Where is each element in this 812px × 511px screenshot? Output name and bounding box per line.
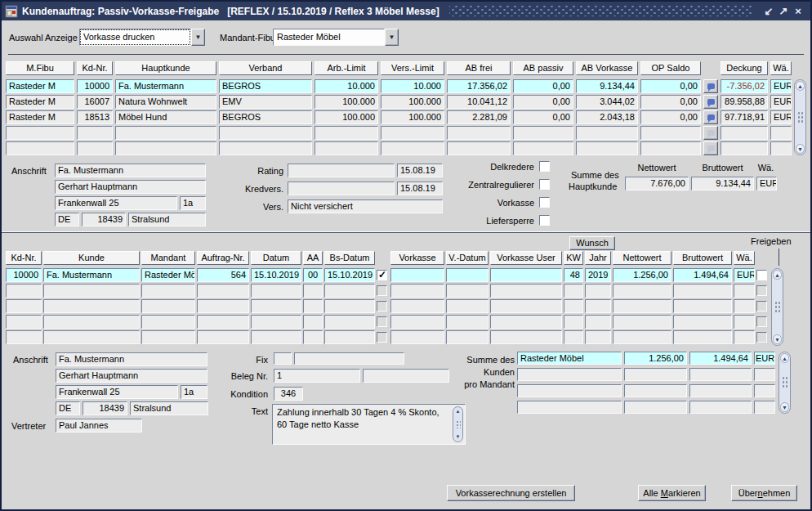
- anschrift-street-field[interactable]: Frankenwall 25: [55, 196, 177, 210]
- delkredere-checkbox[interactable]: [539, 161, 550, 172]
- anschrift-zip-field[interactable]: 18439: [83, 401, 127, 415]
- waehrung-cell[interactable]: EUR: [770, 79, 792, 93]
- arblimit-cell[interactable]: 10.000: [315, 79, 378, 93]
- abpassiv-cell[interactable]: 0,00: [513, 95, 573, 109]
- abvorkasse-cell[interactable]: 2.043,18: [576, 110, 638, 124]
- anschrift-city-field[interactable]: Stralsund: [130, 401, 208, 415]
- cell-empty[interactable]: [613, 299, 671, 313]
- cell-empty[interactable]: [446, 315, 489, 329]
- anschrift-name1-field[interactable]: Fa. Mustermann: [56, 352, 207, 366]
- deckung-cell[interactable]: 89.958,88: [721, 95, 768, 109]
- kdnr-cell[interactable]: 16007: [77, 95, 113, 109]
- anschrift-city-field[interactable]: Stralsund: [128, 213, 206, 226]
- cell-empty[interactable]: [43, 299, 140, 313]
- cell-empty[interactable]: [576, 126, 638, 140]
- cell-empty[interactable]: [251, 315, 301, 329]
- kunde-cell[interactable]: Fa. Mustermann: [43, 268, 140, 282]
- freigeben-row-checkbox[interactable]: [756, 332, 767, 343]
- scrollbar-grip[interactable]: [797, 111, 804, 124]
- op-saldo-info-button[interactable]: [703, 141, 718, 155]
- rating-field[interactable]: [288, 164, 395, 177]
- cell-empty[interactable]: [315, 141, 378, 155]
- cell-empty[interactable]: [141, 330, 195, 344]
- abpassiv-cell[interactable]: 0,00: [513, 110, 573, 124]
- scroll-up-icon[interactable]: ▲: [773, 270, 782, 280]
- cell-empty[interactable]: [324, 315, 375, 329]
- anschrift-zip-field[interactable]: 18439: [82, 213, 126, 226]
- chevron-down-icon[interactable]: ▼: [191, 29, 205, 46]
- cell-empty[interactable]: [673, 330, 732, 344]
- anschrift-name1-field[interactable]: Fa. Mustermann: [55, 164, 206, 177]
- cell-empty[interactable]: [43, 315, 140, 329]
- verslimit-cell[interactable]: 10.000: [381, 79, 444, 93]
- text-scrollbar[interactable]: ▲ ▼: [453, 406, 463, 442]
- cell-empty[interactable]: [77, 126, 113, 140]
- zentralregulierer-checkbox[interactable]: [539, 179, 550, 190]
- scroll-down-icon[interactable]: ▼: [456, 433, 461, 441]
- cell-empty[interactable]: [197, 315, 249, 329]
- hauptkunde-cell[interactable]: Möbel Hund: [115, 110, 216, 124]
- aa-cell[interactable]: 00: [303, 268, 323, 282]
- display-select-value[interactable]: Vorkasse drucken: [79, 29, 191, 46]
- vorkasserechnung-erstellen-button[interactable]: Vorkasserechnung erstellen: [447, 485, 575, 501]
- hauptkunde-cell[interactable]: Fa. Mustermann: [115, 79, 216, 93]
- hauptkunde-cell[interactable]: Natura Wohnwelt: [115, 95, 216, 109]
- beleg-nr-field-2[interactable]: [363, 369, 449, 383]
- verband-cell[interactable]: BEGROS: [219, 110, 312, 124]
- kredvers-field[interactable]: [288, 182, 395, 195]
- cell-empty[interactable]: [490, 330, 562, 344]
- cell-empty[interactable]: [251, 299, 301, 313]
- cell-empty[interactable]: [390, 284, 444, 298]
- op-saldo-info-button[interactable]: [703, 95, 718, 109]
- kondition-field[interactable]: 346: [274, 387, 303, 401]
- op-saldo-info-button[interactable]: [703, 126, 718, 140]
- opsaldo-cell[interactable]: 0,00: [640, 110, 701, 124]
- cell-empty[interactable]: [585, 284, 611, 298]
- cell-empty[interactable]: [613, 315, 671, 329]
- verslimit-cell[interactable]: 100.000: [381, 95, 444, 109]
- cell-empty[interactable]: [197, 299, 249, 313]
- cell-empty[interactable]: [251, 284, 301, 298]
- waehrung-cell[interactable]: EUR: [770, 110, 792, 124]
- freigeben-row-checkbox[interactable]: [756, 316, 767, 327]
- verslimit-cell[interactable]: 100.000: [381, 110, 444, 124]
- scrollbar-grip[interactable]: [774, 301, 781, 314]
- orders-scrollbar[interactable]: ▲ ▼: [771, 268, 783, 346]
- fix-field-2[interactable]: [294, 352, 404, 365]
- beleg-nr-field-1[interactable]: 1: [274, 369, 360, 383]
- vorkasse-row-checkbox[interactable]: [377, 270, 387, 280]
- opsaldo-cell[interactable]: 0,00: [640, 95, 701, 109]
- deckung-cell[interactable]: 97.718,91: [721, 110, 768, 124]
- chevron-down-icon[interactable]: ▼: [385, 29, 399, 46]
- cell-empty[interactable]: [613, 284, 671, 298]
- scroll-down-icon[interactable]: ▼: [773, 334, 782, 344]
- kw-cell[interactable]: 48: [564, 268, 583, 282]
- verband-cell[interactable]: EMV: [219, 95, 312, 109]
- bsdatum-cell[interactable]: 15.10.2019: [324, 268, 375, 282]
- cell-empty[interactable]: [197, 284, 249, 298]
- cell-empty[interactable]: [390, 330, 444, 344]
- freigeben-row-checkbox[interactable]: [756, 270, 767, 280]
- anschrift-country-field[interactable]: DE: [56, 401, 80, 415]
- cell-empty[interactable]: [734, 299, 755, 313]
- anschrift-streetno-field[interactable]: 1a: [180, 196, 206, 210]
- cell-empty[interactable]: [390, 299, 444, 313]
- fix-field-1[interactable]: [274, 352, 292, 365]
- cell-empty[interactable]: [446, 299, 489, 313]
- cell-empty[interactable]: [585, 330, 611, 344]
- abfrei-cell[interactable]: 17.356,02: [447, 79, 511, 93]
- customers-scrollbar[interactable]: ▲ ▼: [794, 79, 806, 155]
- text-field[interactable]: Zahlung innerhalb 30 Tagen 4 % Skonto, 6…: [272, 404, 466, 445]
- cell-empty[interactable]: [490, 299, 562, 313]
- cell-empty[interactable]: [251, 330, 301, 344]
- datum-cell[interactable]: 15.10.2019: [251, 268, 301, 282]
- summe-kunde-scrollbar[interactable]: ▲ ▼: [779, 352, 791, 414]
- cell-empty[interactable]: [115, 141, 216, 155]
- cell-empty[interactable]: [734, 284, 755, 298]
- scroll-down-icon[interactable]: ▼: [796, 144, 805, 154]
- anschrift-country-field[interactable]: DE: [55, 213, 79, 226]
- op-saldo-info-button[interactable]: [703, 110, 718, 124]
- abfrei-cell[interactable]: 2.281,09: [447, 110, 511, 124]
- kdnr-cell[interactable]: 10000: [77, 79, 113, 93]
- cell-empty[interactable]: [381, 126, 444, 140]
